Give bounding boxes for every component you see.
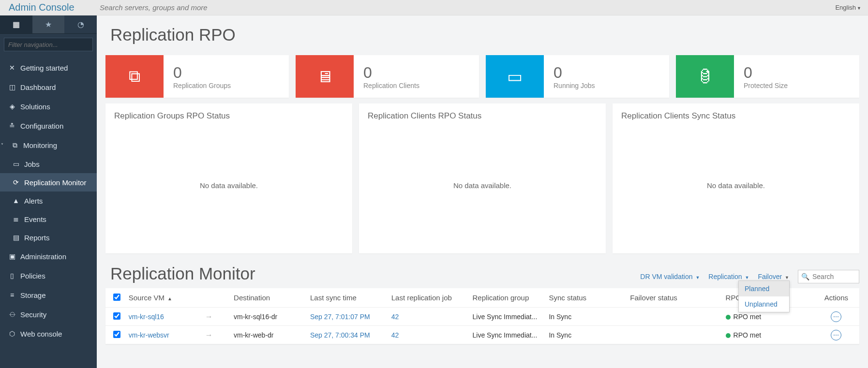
cell-last-job: 42 <box>388 331 469 339</box>
kpi-replication-groups[interactable]: ⧉ 0 Replication Groups <box>105 55 289 98</box>
hexagon-icon: ⬡ <box>7 330 17 338</box>
kpi-value: 0 <box>744 64 788 82</box>
sidebar-item-events[interactable]: ≣Events <box>0 210 97 228</box>
sidebar-tab-recent[interactable]: ◔ <box>64 15 97 33</box>
sidebar-item-storage[interactable]: ≡Storage <box>0 285 97 305</box>
sidebar-item-configuration[interactable]: ≛Configuration <box>0 116 97 135</box>
sidebar-item-security[interactable]: ⦵Security <box>0 305 97 324</box>
last-sync-link[interactable]: Sep 27, 7:01:07 PM <box>310 313 370 321</box>
cell-actions: ⋯ <box>817 330 855 340</box>
panel-title: Replication Groups RPO Status <box>114 111 344 121</box>
kpi-label: Replication Groups <box>173 82 231 89</box>
action-label: Replication <box>708 273 742 280</box>
chart-icon: ◫ <box>7 83 17 91</box>
header-checkbox[interactable] <box>109 294 125 302</box>
sidebar-item-label: Web console <box>20 330 62 338</box>
kpi-running-jobs[interactable]: ▭ 0 Running Jobs <box>486 55 669 98</box>
sidebar-item-monitoring[interactable]: ˅⧉Monitoring <box>0 135 97 155</box>
sidebar-item-label: Replication Monitor <box>24 178 86 187</box>
select-all-checkbox[interactable] <box>113 294 120 301</box>
failover-dropdown[interactable]: Failover ▼ <box>758 273 789 280</box>
cell-destination: vm-kr-sql16-dr <box>230 313 306 321</box>
document-icon: ▯ <box>7 272 17 280</box>
sidebar-item-solutions[interactable]: ◈Solutions <box>0 97 97 116</box>
header-sync-status[interactable]: Sync status <box>545 294 626 302</box>
last-job-link[interactable]: 42 <box>391 313 399 321</box>
briefcase-icon: ▭ <box>507 67 523 86</box>
last-sync-link[interactable]: Sep 27, 7:00:34 PM <box>310 331 370 339</box>
chevron-down-icon: ˅ <box>1 143 8 148</box>
page-title: Replication RPO <box>110 25 859 44</box>
sidebar-item-dashboard[interactable]: ◫Dashboard <box>0 77 97 97</box>
sidebar-item-replication-monitor[interactable]: ⟳Replication Monitor <box>0 173 97 191</box>
header-failover-status[interactable]: Failover status <box>626 294 721 302</box>
source-vm-link[interactable]: vm-kr-sql16 <box>129 313 164 321</box>
row-checkbox[interactable] <box>113 312 120 320</box>
warning-icon: ▲ <box>11 197 21 205</box>
kpi-row: ⧉ 0 Replication Groups 🖥 0 Replication C… <box>105 55 859 98</box>
global-search-input[interactable] <box>97 1 397 14</box>
sidebar-item-label: Security <box>20 310 46 319</box>
header-rep-group[interactable]: Replication group <box>469 294 545 302</box>
sidebar-tab-favorites[interactable]: ★ <box>32 15 65 33</box>
row-checkbox-cell[interactable] <box>109 331 125 339</box>
kpi-text: 0 Replication Groups <box>164 64 231 89</box>
kpi-icon: 🖥 <box>296 55 354 98</box>
monitor-icon: ⧉ <box>10 141 20 149</box>
action-label: Failover <box>758 273 782 280</box>
arrow-right-icon: → <box>205 331 213 339</box>
sidebar-item-web-console[interactable]: ⬡Web console <box>0 324 97 343</box>
kpi-value: 0 <box>363 64 419 82</box>
row-actions-button[interactable]: ⋯ <box>831 311 841 322</box>
header-source-vm[interactable]: Source VM▲ <box>125 294 201 302</box>
table-search-input[interactable] <box>812 273 856 280</box>
cell-sync-status: In Sync <box>545 331 626 339</box>
replication-dropdown[interactable]: Replication ▼ <box>708 273 749 280</box>
panel-title: Replication Clients Sync Status <box>621 111 851 121</box>
sidebar-item-reports[interactable]: ▤Reports <box>0 228 97 247</box>
sidebar-item-jobs[interactable]: ▭Jobs <box>0 155 97 173</box>
kpi-value: 0 <box>554 64 595 82</box>
last-job-link[interactable]: 42 <box>391 331 399 339</box>
kpi-icon: ⧉ <box>105 55 164 98</box>
sidebar-item-label: Jobs <box>24 160 40 168</box>
sort-asc-icon: ▲ <box>167 296 172 301</box>
sidebar-item-policies[interactable]: ▯Policies <box>0 266 97 285</box>
cell-last-sync: Sep 27, 7:01:07 PM <box>306 313 388 321</box>
kpi-replication-clients[interactable]: 🖥 0 Replication Clients <box>296 55 479 98</box>
nav-filter[interactable] <box>0 34 97 55</box>
storage-icon: ≡ <box>7 291 17 299</box>
header-last-sync[interactable]: Last sync time <box>306 294 388 302</box>
sidebar-item-alerts[interactable]: ▲Alerts <box>0 191 97 210</box>
sidebar-tab-apps[interactable]: ▦ <box>0 15 32 33</box>
dr-validation-dropdown[interactable]: DR VM validation ▼ <box>640 273 700 280</box>
table-search[interactable]: 🔍 <box>798 270 859 283</box>
header-last-job[interactable]: Last replication job <box>388 294 469 302</box>
kpi-icon: ▭ <box>486 55 544 98</box>
action-label: DR VM validation <box>640 273 692 280</box>
monitor-header: Replication Monitor DR VM validation ▼ R… <box>110 264 859 283</box>
dropdown-item-unplanned[interactable]: Unplanned <box>739 296 789 312</box>
row-actions-button[interactable]: ⋯ <box>831 330 841 340</box>
row-checkbox[interactable] <box>113 331 120 338</box>
user-icon: ▣ <box>7 252 17 260</box>
panel-body: No data available. <box>621 125 851 246</box>
sidebar-item-getting-started[interactable]: ✕Getting started <box>0 58 97 77</box>
sidebar-item-label: Administration <box>20 252 66 261</box>
kpi-text: 0 Replication Clients <box>354 64 419 89</box>
global-search[interactable] <box>97 1 835 14</box>
kpi-protected-size[interactable]: 🛢 0 Protected Size <box>676 55 859 98</box>
row-checkbox-cell[interactable] <box>109 312 125 321</box>
source-vm-link[interactable]: vm-kr-websvr <box>129 331 169 339</box>
replication-icon: ⟳ <box>11 178 21 186</box>
monitor-title: Replication Monitor <box>110 264 640 283</box>
status-dot-icon <box>726 315 731 320</box>
star-icon: ★ <box>45 20 52 29</box>
cell-last-job: 42 <box>388 313 469 321</box>
dropdown-item-planned[interactable]: Planned <box>739 281 789 296</box>
sidebar-item-administration[interactable]: ▣Administration <box>0 247 97 266</box>
header-destination[interactable]: Destination <box>230 294 306 302</box>
language-selector[interactable]: English▼ <box>835 4 868 11</box>
nav-filter-input[interactable] <box>4 38 93 51</box>
header-actions: Actions <box>817 294 855 302</box>
